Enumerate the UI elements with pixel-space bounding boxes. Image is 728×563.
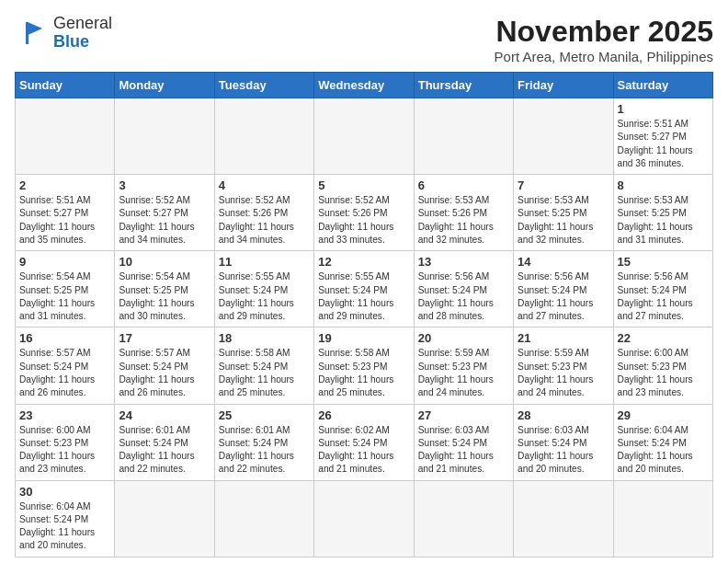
day-2: 2 Sunrise: 5:51 AMSunset: 5:27 PMDayligh…: [16, 175, 115, 251]
day-9: 9 Sunrise: 5:54 AMSunset: 5:25 PMDayligh…: [16, 251, 115, 327]
page-header: General Blue November 2025 Port Area, Me…: [15, 15, 713, 64]
location-subtitle: Port Area, Metro Manila, Philippines: [495, 49, 713, 64]
day-11: 11 Sunrise: 5:55 AMSunset: 5:24 PMDaylig…: [214, 251, 313, 327]
svg-rect-2: [26, 22, 28, 44]
day-28: 28 Sunrise: 6:03 AMSunset: 5:24 PMDaylig…: [514, 404, 613, 480]
day-23: 23 Sunrise: 6:00 AMSunset: 5:23 PMDaylig…: [16, 404, 115, 480]
empty-cell-last-2: [214, 480, 313, 557]
header-tuesday: Tuesday: [214, 73, 313, 98]
day-1: 1 Sunrise: 5:51 AMSunset: 5:27 PMDayligh…: [613, 98, 712, 175]
day-3: 3 Sunrise: 5:52 AMSunset: 5:27 PMDayligh…: [115, 175, 214, 251]
title-block: November 2025 Port Area, Metro Manila, P…: [495, 15, 713, 64]
calendar-row-4: 16 Sunrise: 5:57 AMSunset: 5:24 PMDaylig…: [16, 327, 713, 404]
day-14: 14 Sunrise: 5:56 AMSunset: 5:24 PMDaylig…: [514, 251, 613, 327]
calendar-row-6: 30 Sunrise: 6:04 AMSunset: 5:24 PMDaylig…: [16, 480, 713, 557]
logo-general: General: [53, 14, 112, 32]
weekday-header-row: Sunday Monday Tuesday Wednesday Thursday…: [16, 73, 713, 98]
day-10: 10 Sunrise: 5:54 AMSunset: 5:25 PMDaylig…: [115, 251, 214, 327]
empty-cell-last-4: [414, 480, 513, 557]
day-17: 17 Sunrise: 5:57 AMSunset: 5:24 PMDaylig…: [115, 327, 214, 404]
header-thursday: Thursday: [414, 73, 513, 98]
day-19: 19 Sunrise: 5:58 AMSunset: 5:23 PMDaylig…: [314, 327, 414, 404]
day-16: 16 Sunrise: 5:57 AMSunset: 5:24 PMDaylig…: [16, 327, 115, 404]
day-12: 12 Sunrise: 5:55 AMSunset: 5:24 PMDaylig…: [314, 251, 414, 327]
logo-text: General Blue: [53, 15, 112, 52]
month-title: November 2025: [495, 15, 713, 49]
day-7: 7 Sunrise: 5:53 AMSunset: 5:25 PMDayligh…: [514, 175, 613, 251]
header-friday: Friday: [514, 73, 613, 98]
day-20: 20 Sunrise: 5:59 AMSunset: 5:23 PMDaylig…: [414, 327, 513, 404]
day-13: 13 Sunrise: 5:56 AMSunset: 5:24 PMDaylig…: [414, 251, 513, 327]
empty-cell: [514, 98, 613, 175]
day-15: 15 Sunrise: 5:56 AMSunset: 5:24 PMDaylig…: [613, 251, 712, 327]
logo: General Blue: [15, 15, 112, 52]
header-sunday: Sunday: [16, 73, 115, 98]
calendar-row-3: 9 Sunrise: 5:54 AMSunset: 5:25 PMDayligh…: [16, 251, 713, 327]
calendar-table: Sunday Monday Tuesday Wednesday Thursday…: [15, 72, 713, 557]
empty-cell-last-3: [314, 480, 414, 557]
logo-blue: Blue: [53, 32, 89, 51]
empty-cell: [414, 98, 513, 175]
empty-cell: [115, 98, 214, 175]
day-22: 22 Sunrise: 6:00 AMSunset: 5:23 PMDaylig…: [613, 327, 712, 404]
empty-cell: [314, 98, 414, 175]
calendar-row-5: 23 Sunrise: 6:00 AMSunset: 5:23 PMDaylig…: [16, 404, 713, 480]
header-saturday: Saturday: [613, 73, 712, 98]
empty-cell-last-6: [613, 480, 712, 557]
header-monday: Monday: [115, 73, 214, 98]
empty-cell: [214, 98, 313, 175]
day-26: 26 Sunrise: 6:02 AMSunset: 5:24 PMDaylig…: [314, 404, 414, 480]
day-4: 4 Sunrise: 5:52 AMSunset: 5:26 PMDayligh…: [214, 175, 313, 251]
day-30: 30 Sunrise: 6:04 AMSunset: 5:24 PMDaylig…: [16, 480, 115, 557]
header-wednesday: Wednesday: [314, 73, 414, 98]
empty-cell-last-5: [514, 480, 613, 557]
calendar-row-1: 1 Sunrise: 5:51 AMSunset: 5:27 PMDayligh…: [16, 98, 713, 175]
day-18: 18 Sunrise: 5:58 AMSunset: 5:24 PMDaylig…: [214, 327, 313, 404]
day-5: 5 Sunrise: 5:52 AMSunset: 5:26 PMDayligh…: [314, 175, 414, 251]
day-29: 29 Sunrise: 6:04 AMSunset: 5:24 PMDaylig…: [613, 404, 712, 480]
day-27: 27 Sunrise: 6:03 AMSunset: 5:24 PMDaylig…: [414, 404, 513, 480]
calendar-row-2: 2 Sunrise: 5:51 AMSunset: 5:27 PMDayligh…: [16, 175, 713, 251]
day-8: 8 Sunrise: 5:53 AMSunset: 5:25 PMDayligh…: [613, 175, 712, 251]
day-21: 21 Sunrise: 5:59 AMSunset: 5:23 PMDaylig…: [514, 327, 613, 404]
day-24: 24 Sunrise: 6:01 AMSunset: 5:24 PMDaylig…: [115, 404, 214, 480]
empty-cell: [16, 98, 115, 175]
day-25: 25 Sunrise: 6:01 AMSunset: 5:24 PMDaylig…: [214, 404, 313, 480]
logo-icon: [15, 17, 48, 50]
empty-cell-last-1: [115, 480, 214, 557]
day-6: 6 Sunrise: 5:53 AMSunset: 5:26 PMDayligh…: [414, 175, 513, 251]
